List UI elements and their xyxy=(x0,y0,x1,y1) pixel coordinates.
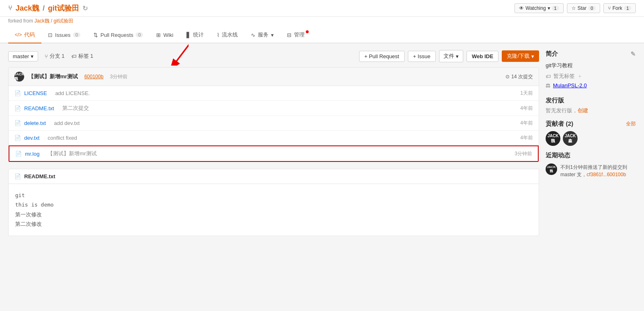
create-release-link[interactable]: 创建 xyxy=(578,107,588,114)
file-dropdown-icon: ▾ xyxy=(456,53,459,59)
readme-section: 📄 README.txt git this is demo 第一次修改 第二次修… xyxy=(8,169,539,236)
top-bar: ⑂ Jack魏 / git试验田 ↻ 👁 Watching ▾ 1 ☆ Star… xyxy=(0,0,644,17)
star-count: 0 xyxy=(588,6,596,11)
main-content: master ▾ ⑂ 分支 1 🏷 标签 1 xyxy=(0,43,644,243)
clone-button[interactable]: 克隆/下载 ▾ xyxy=(502,50,539,62)
tag-label-icon: 🏷 xyxy=(546,73,551,79)
file-name-readme[interactable]: README.txt xyxy=(24,105,54,111)
license-link[interactable]: MulanPSL-2.0 xyxy=(553,82,587,89)
file-time-readme: 4年前 xyxy=(520,105,533,112)
tab-code[interactable]: </> 代码 xyxy=(8,27,41,43)
commit-header: JACK魏 【测试】新增mr测试 600100b 3分钟前 ⊙ 14 次提交 xyxy=(9,68,539,86)
tab-pipeline-label: 流水线 xyxy=(222,31,238,39)
activity-section: 近期动态 JACK魏 不到1分钟前推送了新的提交到 master 支，cf386… xyxy=(546,152,636,178)
code-icon: </> xyxy=(15,32,22,38)
file-row-left: 📄 delete.txt xyxy=(14,120,46,126)
star-button[interactable]: ☆ Star 0 xyxy=(567,3,600,13)
file-icon-mrlog: 📄 xyxy=(15,151,22,157)
file-row-left: 📄 LICENSE xyxy=(14,90,47,96)
file-row-left: 📄 mr.log xyxy=(15,151,39,157)
repo-sidebar: 简介 ✎ git学习教程 🏷 暂无标签 ＋ ⚖ MulanPSL-2.0 发行版 xyxy=(546,50,636,236)
tab-services[interactable]: ∿ 服务 ▾ xyxy=(244,27,280,43)
pull-request-button[interactable]: + Pull Request xyxy=(359,51,405,62)
star-icon: ☆ xyxy=(571,5,576,11)
tab-wiki-label: Wiki xyxy=(163,32,173,38)
file-time-delete: 4年前 xyxy=(520,120,533,127)
repo-owner-link[interactable]: Jack魏 xyxy=(16,3,39,13)
activity-text: 不到1分钟前推送了新的提交到 master 支，cf3861f...600100… xyxy=(560,163,636,178)
tags-info: 🏷 标签 1 xyxy=(71,52,93,60)
contributor-avatar-2[interactable]: JACK鑫 xyxy=(563,131,578,146)
pr-badge: 0 xyxy=(136,32,143,37)
tab-issues[interactable]: ⊡ Issues 0 xyxy=(41,27,87,43)
branch-bar: master ▾ ⑂ 分支 1 🏷 标签 1 xyxy=(8,50,539,62)
stats-icon: ▋ xyxy=(187,32,191,38)
issues-badge: 0 xyxy=(73,32,80,37)
file-row-dev[interactable]: 📄 dev.txt conflict fixed 4年前 xyxy=(9,131,539,145)
refresh-icon[interactable]: ↻ xyxy=(82,5,88,12)
add-tag-icon[interactable]: ＋ xyxy=(577,73,583,80)
tab-manage-label: 管理 xyxy=(294,31,305,39)
fork-button[interactable]: ⑂ Fork 1 xyxy=(603,3,636,13)
watching-button[interactable]: 👁 Watching ▾ 1 xyxy=(514,3,564,13)
file-row-mrlog[interactable]: 📄 mr.log 【测试】新增mr测试 3分钟前 xyxy=(9,145,539,162)
commit-header-left: JACK魏 【测试】新增mr测试 600100b 3分钟前 xyxy=(14,72,127,82)
contributor-avatar-1[interactable]: JACK魏 xyxy=(546,131,560,146)
commit-time: 3分钟前 xyxy=(110,73,127,80)
pipeline-icon: ⌇ xyxy=(217,32,219,38)
file-row-delete[interactable]: 📄 delete.txt add dev.txt 4年前 xyxy=(9,116,539,131)
file-name-delete[interactable]: delete.txt xyxy=(24,120,46,126)
file-row-left: 📄 dev.txt xyxy=(14,135,39,141)
branch-select[interactable]: master ▾ xyxy=(8,51,38,61)
file-msg-readme: 第二次提交 xyxy=(54,104,520,112)
tab-pr-label: Pull Requests xyxy=(100,32,133,38)
tab-manage[interactable]: ⊟ 管理 xyxy=(280,27,311,43)
license-icon: ⚖ xyxy=(546,82,551,89)
commits-icon: ⊙ xyxy=(505,74,510,79)
manage-icon: ⊟ xyxy=(287,32,291,38)
forked-from-link[interactable]: Jack魏 / git试验田 xyxy=(34,18,73,24)
file-row-readme[interactable]: 📄 README.txt 第二次提交 4年前 xyxy=(9,101,539,116)
tab-stats-label: 统计 xyxy=(193,31,204,39)
file-row-license[interactable]: 📄 LICENSE add LICENSE. 1天前 xyxy=(9,86,539,101)
readme-text: git this is demo 第一次修改 第二次修改 xyxy=(15,191,532,229)
commit-author-avatar: JACK魏 xyxy=(14,72,24,82)
file-name-dev[interactable]: dev.txt xyxy=(24,135,39,141)
top-actions: 👁 Watching ▾ 1 ☆ Star 0 ⑂ Fork 1 xyxy=(514,3,636,13)
tab-services-label: 服务 xyxy=(258,31,269,39)
tab-pull-requests[interactable]: ⇅ Pull Requests 0 xyxy=(87,27,150,43)
edit-icon[interactable]: ✎ xyxy=(630,50,636,58)
file-icon-delete: 📄 xyxy=(14,120,21,126)
tab-pipeline[interactable]: ⌇ 流水线 xyxy=(210,27,244,43)
issue-button[interactable]: + Issue xyxy=(408,51,436,62)
wiki-icon: ⊞ xyxy=(156,32,161,38)
sidebar-intro-text: git学习教程 xyxy=(546,62,636,69)
commit-sha[interactable]: 600100b xyxy=(84,74,104,79)
tab-wiki[interactable]: ⊞ Wiki xyxy=(150,27,180,43)
file-time-dev: 4年前 xyxy=(520,134,533,141)
tab-stats[interactable]: ▋ 统计 xyxy=(180,27,210,43)
file-name-license[interactable]: LICENSE xyxy=(24,90,47,96)
file-name-mrlog[interactable]: mr.log xyxy=(25,151,39,157)
activity-avatar: JACK魏 xyxy=(546,163,557,175)
commit-message: 【测试】新增mr测试 xyxy=(28,73,78,80)
webide-button[interactable]: Web IDE xyxy=(467,51,499,62)
readme-title: README.txt xyxy=(24,173,55,179)
branch-fork-icon: ⑂ xyxy=(45,53,48,59)
file-time-license: 1天前 xyxy=(520,90,533,97)
watching-dropdown-icon: ▾ xyxy=(548,5,550,11)
activity-title: 近期动态 xyxy=(546,152,636,159)
readme-content: git this is demo 第一次修改 第二次修改 xyxy=(9,184,539,236)
branch-name: master xyxy=(13,53,29,59)
activity-commit-link[interactable]: cf3861f...600100b xyxy=(587,172,626,177)
file-time-mrlog: 3分钟前 xyxy=(514,150,532,157)
file-button[interactable]: 文件 ▾ xyxy=(439,50,463,62)
star-label: Star xyxy=(578,5,587,11)
sidebar-tags: 🏷 暂无标签 ＋ xyxy=(546,73,636,80)
file-row-left: 📄 README.txt xyxy=(14,105,54,111)
clone-dropdown-icon: ▾ xyxy=(531,53,534,59)
contributors-title: 贡献者 (2) 全部 xyxy=(546,120,636,128)
contributors-all-link[interactable]: 全部 xyxy=(626,120,636,127)
repo-name-link[interactable]: git试验田 xyxy=(48,3,79,13)
avatars: JACK魏 JACK鑫 xyxy=(546,131,636,146)
